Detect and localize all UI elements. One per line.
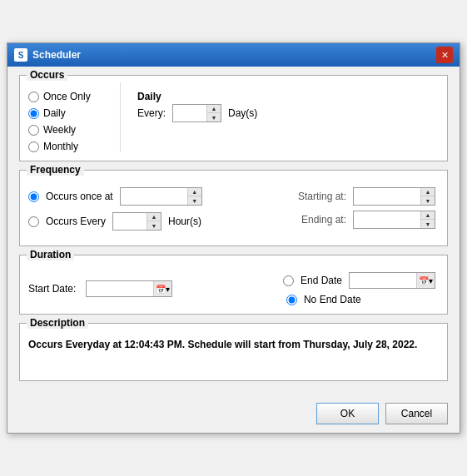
monthly-radio[interactable] [28, 141, 39, 152]
app-icon: S [14, 48, 27, 62]
frequency-right: Starting at: 12:00:00 AM ▲ ▼ Ending at: [288, 187, 439, 229]
end-date-input[interactable]: 7/28/2022 📅▾ [349, 272, 435, 289]
end-date-value[interactable]: 7/28/2022 [350, 273, 416, 288]
every-spin-up[interactable]: ▲ [207, 105, 221, 113]
occurs-every-label[interactable]: Occurs Every [46, 216, 106, 227]
end-calendar-icon: 📅 [419, 276, 429, 285]
daily-label[interactable]: Daily [43, 107, 66, 119]
occurs-every-row: Occurs Every 1 ▲ ▼ Hour(s) [28, 212, 280, 231]
duration-section: Duration Start Date: 7/28/2022 📅▾ E [19, 255, 448, 315]
frequency-section-title: Frequency [27, 164, 84, 176]
starting-at-label: Starting at: [288, 191, 346, 202]
every-spin-down[interactable]: ▼ [207, 113, 221, 121]
every-spinner[interactable]: 1 ▲ ▼ [172, 104, 221, 122]
description-section: Description Occurs Everyday at 12:04:43 … [19, 323, 448, 381]
scheduler-dialog: S Scheduler ✕ Occurs Once Only Daily W [7, 42, 460, 434]
no-end-date-label[interactable]: No End Date [304, 294, 361, 305]
occurs-every-spin-up[interactable]: ▲ [147, 213, 161, 221]
daily-option[interactable]: Daily [28, 107, 120, 119]
daily-radio[interactable] [28, 108, 39, 119]
frequency-left: Occurs once at 12:04:43 PM ▲ ▼ Occurs Ev [28, 187, 280, 237]
every-spinner-btns: ▲ ▼ [206, 105, 221, 121]
occurs-every-spinner[interactable]: 1 ▲ ▼ [112, 212, 161, 231]
once-at-spinner[interactable]: 12:04:43 PM ▲ ▼ [120, 187, 202, 206]
ending-at-row: Ending at: 11:59:59 PM ▲ ▼ [288, 211, 435, 229]
every-value[interactable]: 1 [173, 105, 206, 121]
daily-panel-title: Daily [137, 91, 161, 102]
occurs-once-radio[interactable] [28, 191, 39, 202]
end-date-label[interactable]: End Date [301, 275, 342, 286]
starting-at-spin-up[interactable]: ▲ [421, 188, 435, 196]
daily-every-row: Every: 1 ▲ ▼ Day(s) [137, 102, 439, 122]
start-date-label: Start Date: [28, 283, 76, 295]
ok-button[interactable]: OK [316, 403, 379, 424]
every-label: Every: [137, 107, 166, 119]
occurs-radio-group: Once Only Daily Weekly Monthly [28, 82, 120, 152]
once-only-label[interactable]: Once Only [43, 91, 91, 102]
once-at-spin-down[interactable]: ▼ [188, 196, 201, 205]
daily-panel: Daily Every: 1 ▲ ▼ Day(s) [120, 82, 439, 152]
ending-at-label: Ending at: [288, 214, 346, 226]
weekly-radio[interactable] [28, 125, 39, 136]
once-at-spinner-btns: ▲ ▼ [187, 188, 201, 205]
occurs-section-title: Occurs [27, 69, 67, 81]
ending-at-spinner-btns: ▲ ▼ [420, 211, 435, 228]
hours-label: Hour(s) [168, 216, 201, 227]
duration-section-title: Duration [27, 249, 74, 260]
no-end-date-row: No End Date [283, 294, 435, 305]
starting-at-spin-down[interactable]: ▼ [421, 196, 435, 205]
calendar-icon: 📅 [156, 285, 166, 294]
occurs-once-label[interactable]: Occurs once at [46, 191, 113, 202]
title-bar-left: S Scheduler [14, 48, 81, 62]
description-text: Occurs Everyday at 12:04:43 PM. Schedule… [28, 335, 439, 350]
close-button[interactable]: ✕ [436, 47, 453, 63]
once-only-radio[interactable] [28, 92, 39, 102]
starting-at-value[interactable]: 12:00:00 AM [354, 188, 420, 205]
ending-at-value[interactable]: 11:59:59 PM [354, 211, 420, 228]
start-date-picker-btn[interactable]: 📅▾ [153, 281, 171, 296]
end-date-radio[interactable] [283, 275, 294, 286]
starting-at-spinner[interactable]: 12:00:00 AM ▲ ▼ [353, 187, 435, 206]
frequency-section: Frequency Occurs once at 12:04:43 PM ▲ ▼ [19, 170, 448, 246]
days-label: Day(s) [228, 107, 257, 119]
title-bar: S Scheduler ✕ [7, 43, 460, 67]
end-date-group: End Date 7/28/2022 📅▾ No End Date [283, 272, 439, 305]
end-date-row: End Date 7/28/2022 📅▾ [283, 272, 435, 289]
occurs-every-radio[interactable] [28, 216, 39, 227]
occurs-once-row: Occurs once at 12:04:43 PM ▲ ▼ [28, 187, 280, 206]
once-only-option[interactable]: Once Only [28, 91, 120, 102]
occurs-section: Occurs Once Only Daily Weekly Monthly [19, 75, 448, 161]
once-at-spin-up[interactable]: ▲ [188, 188, 201, 196]
start-date-value[interactable]: 7/28/2022 [87, 281, 153, 296]
end-date-picker-btn[interactable]: 📅▾ [416, 273, 435, 288]
duration-dates-row: Start Date: 7/28/2022 📅▾ End Date 7/28/2 [28, 272, 439, 305]
no-end-date-radio[interactable] [286, 295, 297, 305]
starting-at-row: Starting at: 12:00:00 AM ▲ ▼ [288, 187, 435, 206]
description-section-title: Description [27, 317, 88, 329]
dialog-body: Occurs Once Only Daily Weekly Monthly [7, 67, 460, 398]
ending-at-spin-up[interactable]: ▲ [421, 211, 435, 220]
occurs-every-spin-down[interactable]: ▼ [147, 221, 161, 230]
duration-body: Start Date: 7/28/2022 📅▾ End Date 7/28/2 [28, 267, 439, 305]
dialog-footer: OK Cancel [7, 398, 460, 433]
once-at-value[interactable]: 12:04:43 PM [121, 188, 187, 205]
starting-at-spinner-btns: ▲ ▼ [420, 188, 435, 205]
cancel-button[interactable]: Cancel [385, 403, 448, 424]
dialog-title: Scheduler [32, 49, 81, 61]
ending-at-spin-down[interactable]: ▼ [421, 220, 435, 228]
weekly-option[interactable]: Weekly [28, 124, 120, 136]
weekly-label[interactable]: Weekly [43, 124, 76, 136]
monthly-label[interactable]: Monthly [43, 141, 78, 152]
ending-at-spinner[interactable]: 11:59:59 PM ▲ ▼ [353, 211, 435, 229]
occurs-every-value[interactable]: 1 [113, 213, 147, 230]
start-date-input[interactable]: 7/28/2022 📅▾ [86, 280, 172, 297]
occurs-every-spinner-btns: ▲ ▼ [147, 213, 161, 230]
monthly-option[interactable]: Monthly [28, 141, 120, 152]
